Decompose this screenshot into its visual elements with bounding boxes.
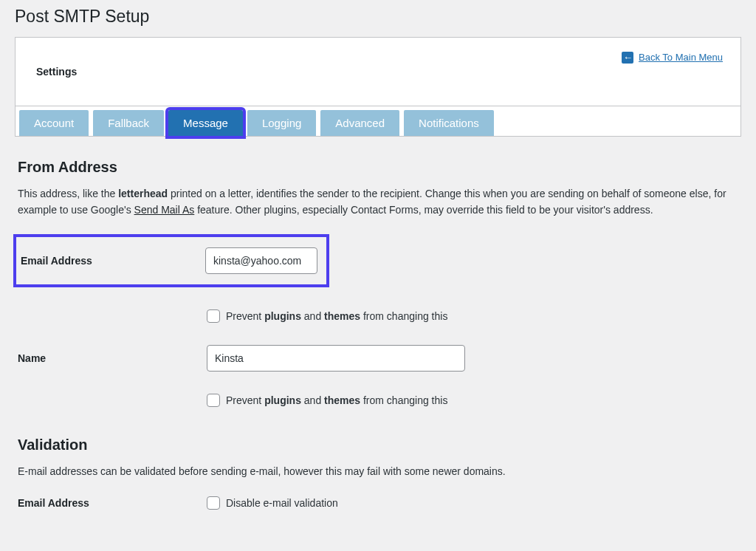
back-arrow-icon: ← (622, 52, 633, 64)
settings-panel: ← Back To Main Menu Settings Account Fal… (15, 37, 741, 137)
validation-email-label: Email Address (18, 497, 207, 509)
validation-description: E-mail addresses can be validated before… (18, 464, 738, 480)
from-address-description: This address, like the letterhead printe… (18, 186, 738, 218)
validation-email-row: Email Address Disable e-mail validation (18, 496, 738, 510)
tab-logging[interactable]: Logging (247, 110, 316, 136)
email-address-input[interactable] (205, 247, 317, 274)
panel-header: ← Back To Main Menu Settings (16, 38, 740, 106)
prevent-name-change-row: Prevent plugins and themes from changing… (207, 394, 738, 407)
prevent-email-change-label: Prevent plugins and themes from changing… (226, 310, 447, 322)
name-input[interactable] (207, 345, 465, 372)
disable-validation-label: Disable e-mail validation (226, 497, 338, 509)
tab-message[interactable]: Message (168, 110, 243, 136)
tab-fallback[interactable]: Fallback (93, 110, 164, 136)
page-title: Post SMTP Setup (0, 0, 756, 30)
tab-advanced[interactable]: Advanced (320, 110, 399, 136)
tab-notifications[interactable]: Notifications (404, 110, 494, 136)
back-to-main-menu-link[interactable]: Back To Main Menu (639, 52, 723, 63)
name-label: Name (18, 352, 207, 364)
from-address-heading: From Address (18, 159, 738, 176)
prevent-name-change-label: Prevent plugins and themes from changing… (226, 394, 447, 406)
email-address-highlight: Email Address (13, 234, 329, 287)
validation-section: Validation E-mail addresses can be valid… (18, 437, 738, 510)
back-link-wrap: ← Back To Main Menu (622, 51, 723, 64)
validation-heading: Validation (18, 437, 738, 454)
disable-validation-checkbox[interactable] (207, 496, 220, 510)
panel-header-title: Settings (36, 66, 723, 78)
send-mail-as-link[interactable]: Send Mail As (134, 204, 195, 216)
prevent-name-change-checkbox[interactable] (207, 394, 220, 407)
tabs-bar: Account Fallback Message Logging Advance… (16, 106, 740, 136)
name-row: Name (18, 345, 738, 372)
content-area: From Address This address, like the lett… (0, 137, 756, 517)
prevent-email-change-checkbox[interactable] (207, 309, 220, 323)
email-address-label: Email Address (21, 255, 205, 267)
prevent-email-change-row: Prevent plugins and themes from changing… (207, 309, 738, 323)
tab-account[interactable]: Account (19, 110, 89, 136)
